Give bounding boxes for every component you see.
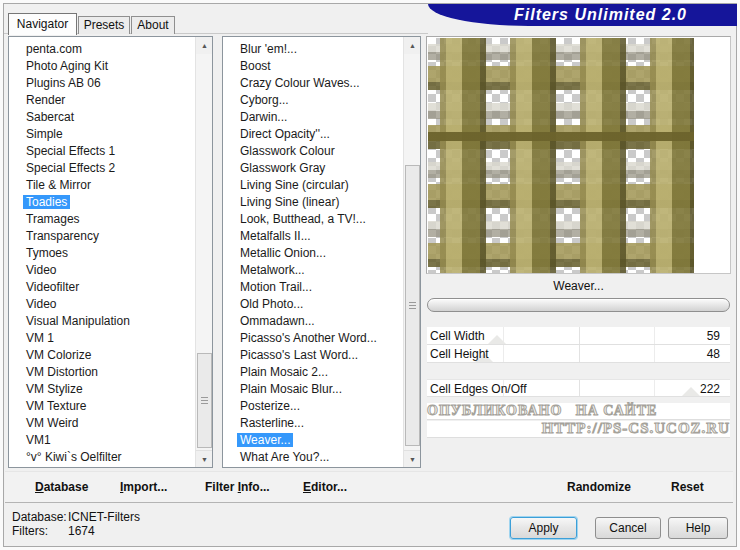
- tab-navigator[interactable]: Navigator: [8, 13, 77, 35]
- parameter-value: 59: [707, 329, 720, 343]
- help-button[interactable]: Help: [668, 517, 728, 539]
- scroll-down-icon[interactable]: ▼: [404, 450, 421, 467]
- parameter-value: 222: [700, 382, 720, 396]
- scroll-up-icon[interactable]: ▲: [404, 37, 421, 54]
- tick-mark: [579, 345, 580, 362]
- filter-list-item[interactable]: Motion Trail...: [223, 279, 403, 296]
- filter-list-item[interactable]: Ommadawn...: [223, 313, 403, 330]
- scroll-up-icon[interactable]: ▲: [196, 37, 213, 54]
- preview-scroll-slider[interactable]: [427, 298, 730, 312]
- category-list-item[interactable]: Render: [9, 92, 195, 109]
- tab-about[interactable]: About: [131, 16, 175, 34]
- category-list-item[interactable]: Tile & Mirror: [9, 177, 195, 194]
- filter-info-button[interactable]: Filter Info...: [205, 472, 270, 502]
- filter-listbox: Blur 'em!...BoostCrazy Colour Waves...Cy…: [222, 36, 421, 468]
- database-status-label: Database:: [12, 510, 68, 524]
- database-status-value: ICNET-Filters: [68, 510, 140, 524]
- tab-presets[interactable]: Presets: [78, 16, 130, 34]
- tick-mark: [654, 380, 655, 396]
- filters-unlimited-dialog: Filters Unlimited 2.0 Navigator Presets …: [0, 0, 740, 550]
- filter-list-item[interactable]: Glasswork Colour: [223, 143, 403, 160]
- parameter-label: Cell Width: [430, 329, 485, 343]
- tick-mark: [654, 345, 655, 362]
- window-title: Filters Unlimited 2.0: [478, 6, 687, 24]
- filter-list-item[interactable]: Weaver...: [223, 432, 403, 449]
- filter-list-item[interactable]: Direct Opacity''...: [223, 126, 403, 143]
- category-list-item[interactable]: Special Effects 1: [9, 143, 195, 160]
- filter-list-item[interactable]: Posterize...: [223, 398, 403, 415]
- category-list-item[interactable]: Transparency: [9, 228, 195, 245]
- filter-list-item[interactable]: Metallic Onion...: [223, 245, 403, 262]
- randomize-button[interactable]: Randomize: [567, 472, 631, 502]
- editor-button[interactable]: Editor...: [303, 472, 347, 502]
- current-filter-name[interactable]: Weaver...: [426, 277, 731, 295]
- filter-list-item[interactable]: What Are You?...: [223, 449, 403, 466]
- parameter-slider-row[interactable]: Cell Height 48: [427, 345, 730, 363]
- parameter-slider-row[interactable]: Cell Edges On/Off 222: [427, 379, 730, 397]
- category-scrollbar[interactable]: ▲ ▼: [195, 37, 212, 467]
- bottom-toolbar: Database Import... Filter Info... Editor…: [5, 471, 733, 503]
- filter-list-item[interactable]: Plain Mosaic Blur...: [223, 381, 403, 398]
- category-list-item[interactable]: Sabercat: [9, 109, 195, 126]
- filter-list-item[interactable]: Living Sine (circular): [223, 177, 403, 194]
- parameter-value: 48: [707, 347, 720, 361]
- category-list-item[interactable]: VM 1: [9, 330, 195, 347]
- filter-list-item[interactable]: Boost: [223, 58, 403, 75]
- filter-list-item[interactable]: Look, Butthead, a TV!...: [223, 211, 403, 228]
- category-list-item[interactable]: Tymoes: [9, 245, 195, 262]
- tick-mark: [579, 380, 580, 396]
- scrollbar-thumb[interactable]: [405, 165, 420, 446]
- category-list-item[interactable]: VM Stylize: [9, 381, 195, 398]
- filter-list-item[interactable]: Picasso's Last Word...: [223, 347, 403, 364]
- category-list-item[interactable]: Videofilter: [9, 279, 195, 296]
- filter-list-item[interactable]: Metalwork...: [223, 262, 403, 279]
- filter-list-item[interactable]: Darwin...: [223, 109, 403, 126]
- category-list-item[interactable]: Video: [9, 262, 195, 279]
- category-list-item[interactable]: Toadies: [9, 194, 195, 211]
- database-button[interactable]: Database: [35, 472, 88, 502]
- parameter-label: Cell Height: [430, 347, 489, 361]
- category-list-item[interactable]: penta.com: [9, 41, 195, 58]
- filter-list-item[interactable]: Glasswork Gray: [223, 160, 403, 177]
- filters-count-value: 1674: [68, 524, 95, 538]
- slider-position-marker[interactable]: [486, 335, 508, 345]
- category-list-item[interactable]: VM Distortion: [9, 364, 195, 381]
- slider-position-marker[interactable]: [680, 387, 702, 397]
- parameter-label: Cell Edges On/Off: [430, 382, 527, 396]
- category-list-item[interactable]: Special Effects 2: [9, 160, 195, 177]
- filter-list-item[interactable]: Old Photo...: [223, 296, 403, 313]
- category-list-item[interactable]: VM Colorize: [9, 347, 195, 364]
- category-list-item[interactable]: Simple: [9, 126, 195, 143]
- filter-list-item[interactable]: Plain Mosaic 2...: [223, 364, 403, 381]
- category-list-item[interactable]: Plugins AB 06: [9, 75, 195, 92]
- category-list-item[interactable]: Visual Manipulation: [9, 313, 195, 330]
- scroll-down-icon[interactable]: ▼: [196, 450, 213, 467]
- category-list-item[interactable]: VM Texture: [9, 398, 195, 415]
- category-list-item[interactable]: °v° Kiwi`s Oelfilter: [9, 449, 195, 466]
- reset-button[interactable]: Reset: [671, 472, 704, 502]
- category-list-item[interactable]: VM1: [9, 432, 195, 449]
- category-list-item[interactable]: Photo Aging Kit: [9, 58, 195, 75]
- category-list-item[interactable]: Video: [9, 296, 195, 313]
- filter-list-item[interactable]: Blur 'em!...: [223, 41, 403, 58]
- filter-list-item[interactable]: Rasterline...: [223, 415, 403, 432]
- cancel-button[interactable]: Cancel: [595, 517, 661, 539]
- parameter-slider-row[interactable]: Cell Width 59: [427, 327, 730, 345]
- category-list-item[interactable]: VM Weird: [9, 415, 195, 432]
- tick-mark: [503, 345, 504, 362]
- filter-preview-pane: [426, 36, 731, 274]
- apply-button[interactable]: Apply: [510, 517, 577, 539]
- status-area: Database:ICNET-Filters Filters:1674: [12, 510, 140, 538]
- import-button[interactable]: Import...: [120, 472, 167, 502]
- filter-list-item[interactable]: Cyborg...: [223, 92, 403, 109]
- filter-list-item[interactable]: Metalfalls II...: [223, 228, 403, 245]
- filter-list-item[interactable]: Crazy Colour Waves...: [223, 75, 403, 92]
- category-list-item[interactable]: Tramages: [9, 211, 195, 228]
- preview-image: [428, 38, 694, 273]
- category-listbox: penta.comPhoto Aging KitPlugins AB 06Ren…: [8, 36, 213, 468]
- filter-list-item[interactable]: Picasso's Another Word...: [223, 330, 403, 347]
- filter-list-item[interactable]: Living Sine (linear): [223, 194, 403, 211]
- tick-mark: [579, 327, 580, 344]
- scrollbar-thumb[interactable]: [197, 353, 212, 448]
- filter-scrollbar[interactable]: ▲ ▼: [403, 37, 420, 467]
